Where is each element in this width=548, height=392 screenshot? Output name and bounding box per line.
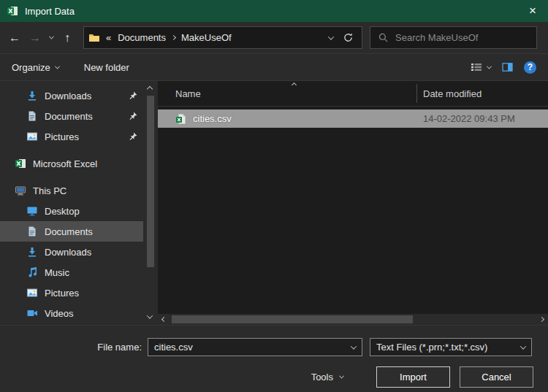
sidebar-scrollbar[interactable] <box>143 81 158 325</box>
excel-icon <box>15 158 26 169</box>
sidebar-item-label: Music <box>45 267 69 278</box>
chevron-down-icon <box>487 64 492 69</box>
new-folder-button[interactable]: New folder <box>84 62 129 73</box>
column-header-date-modified[interactable]: Date modified <box>417 88 482 99</box>
command-toolbar: Organize New folder ? <box>0 54 548 81</box>
file-row-cities-csv[interactable]: cities.csv 14-02-2022 09:43 PM <box>158 109 548 128</box>
tools-label: Tools <box>311 372 333 383</box>
downloads-icon <box>26 90 38 101</box>
file-name-row: File name: Text Files (*.prn;*.txt;*.csv… <box>0 338 548 356</box>
sidebar-item-microsoft-excel[interactable]: Microsoft Excel <box>0 153 143 174</box>
toolbar-right-group: ? <box>471 61 536 74</box>
chevron-down-icon <box>55 64 60 69</box>
button-row: Tools Import Cancel <box>0 366 548 388</box>
file-name-input[interactable] <box>154 342 351 353</box>
back-button[interactable]: ← <box>4 28 25 48</box>
recent-locations-button[interactable] <box>45 36 57 39</box>
help-button[interactable]: ? <box>524 61 536 74</box>
title-bar: Import Data × <box>0 0 548 22</box>
file-type-value: Text Files (*.prn;*.txt;*.csv) <box>376 342 487 353</box>
search-box[interactable] <box>370 26 537 49</box>
sidebar-item-label: Documents <box>45 111 93 122</box>
downloads-icon <box>26 246 38 258</box>
sidebar-item-label: Desktop <box>45 206 80 217</box>
sidebar-item-videos[interactable]: Videos <box>0 303 143 323</box>
breadcrumb-separator-icon <box>171 35 176 40</box>
sidebar-item-label: Downloads <box>45 91 91 101</box>
sidebar-item-label: Documents <box>45 226 93 237</box>
sidebar-item-desktop[interactable]: Desktop <box>0 201 143 221</box>
cancel-button[interactable]: Cancel <box>460 366 533 388</box>
close-button[interactable]: × <box>517 0 548 22</box>
document-icon <box>26 110 38 122</box>
forward-button[interactable]: → <box>25 28 45 48</box>
file-list-header: Name Date modified <box>158 81 548 107</box>
address-dropdown-chevron[interactable] <box>328 34 334 39</box>
chevron-down-icon <box>520 343 526 349</box>
chevron-down-icon[interactable] <box>351 343 357 349</box>
chevron-down-icon <box>48 34 53 39</box>
column-header-name[interactable]: Name <box>158 88 416 99</box>
file-list-rows: cities.csv 14-02-2022 09:43 PM <box>158 107 548 325</box>
chevron-down-icon <box>339 374 344 379</box>
import-button[interactable]: Import <box>376 366 450 388</box>
breadcrumb-makeuseof[interactable]: MakeUseOf <box>180 32 232 43</box>
organize-label: Organize <box>12 62 50 73</box>
refresh-button[interactable] <box>338 32 357 43</box>
preview-pane-button[interactable] <box>501 61 514 73</box>
sidebar-item-downloads-pc[interactable]: Downloads <box>0 242 143 262</box>
new-folder-label: New folder <box>84 62 129 73</box>
address-bar[interactable]: « Documents MakeUseOf <box>83 26 362 49</box>
sidebar-item-documents[interactable]: Documents <box>0 221 143 242</box>
excel-app-icon <box>7 5 18 17</box>
pin-icon <box>128 131 138 142</box>
horizontal-scrollbar-track[interactable] <box>170 314 536 325</box>
file-list-pane: Name Date modified <box>158 81 548 325</box>
sidebar-item-label: Pictures <box>45 288 79 299</box>
folder-icon <box>88 32 100 44</box>
breadcrumb-prefix: « <box>105 32 112 43</box>
pictures-icon <box>26 131 38 142</box>
sidebar-item-this-pc[interactable]: This PC <box>0 180 143 201</box>
file-date-text: 14-02-2022 09:43 PM <box>417 113 515 124</box>
scroll-up-icon[interactable] <box>147 86 153 92</box>
search-input[interactable] <box>395 32 529 43</box>
sidebar-item-pictures-quick[interactable]: Pictures <box>0 126 143 147</box>
import-data-dialog: Import Data × ← → ↑ « Documents MakeUseO… <box>0 0 548 392</box>
csv-file-icon <box>175 113 187 125</box>
file-name-text: cities.csv <box>193 113 232 124</box>
sidebar-item-documents-quick[interactable]: Documents <box>0 106 143 126</box>
sidebar-item-label: Pictures <box>45 131 79 142</box>
pictures-icon <box>26 287 38 299</box>
document-icon <box>26 226 38 237</box>
horizontal-scrollbar[interactable] <box>158 314 548 325</box>
scroll-right-icon[interactable] <box>539 317 544 322</box>
search-icon <box>378 32 389 43</box>
desktop-icon <box>26 205 38 217</box>
refresh-icon <box>343 32 354 43</box>
scroll-down-icon[interactable] <box>147 312 153 318</box>
horizontal-scrollbar-thumb[interactable] <box>172 315 413 323</box>
up-button[interactable]: ↑ <box>57 28 77 48</box>
change-view-button[interactable] <box>471 61 491 73</box>
sidebar-item-label: This PC <box>33 185 66 196</box>
sidebar-item-music[interactable]: Music <box>0 262 143 283</box>
sidebar-item-pictures[interactable]: Pictures <box>0 283 143 303</box>
file-type-dropdown[interactable]: Text Files (*.prn;*.txt;*.csv) <box>370 338 532 356</box>
details-view-icon <box>471 61 482 73</box>
this-pc-icon <box>15 185 26 196</box>
sidebar-item-label: Downloads <box>45 247 91 258</box>
scroll-left-icon[interactable] <box>161 317 167 322</box>
file-name-combo[interactable] <box>148 338 362 356</box>
file-name-cell: cities.csv <box>158 113 417 125</box>
window-title: Import Data <box>25 6 75 17</box>
preview-pane-icon <box>501 61 514 73</box>
sidebar-item-label: Microsoft Excel <box>33 158 97 169</box>
sidebar-item-downloads[interactable]: Downloads <box>0 85 143 106</box>
dialog-footer: File name: Text Files (*.prn;*.txt;*.csv… <box>0 325 548 392</box>
tools-button[interactable]: Tools <box>311 372 343 383</box>
sidebar-scrollbar-thumb[interactable] <box>147 96 154 267</box>
videos-icon <box>26 307 38 319</box>
breadcrumb-documents[interactable]: Documents <box>117 32 167 43</box>
organize-button[interactable]: Organize <box>12 62 59 73</box>
